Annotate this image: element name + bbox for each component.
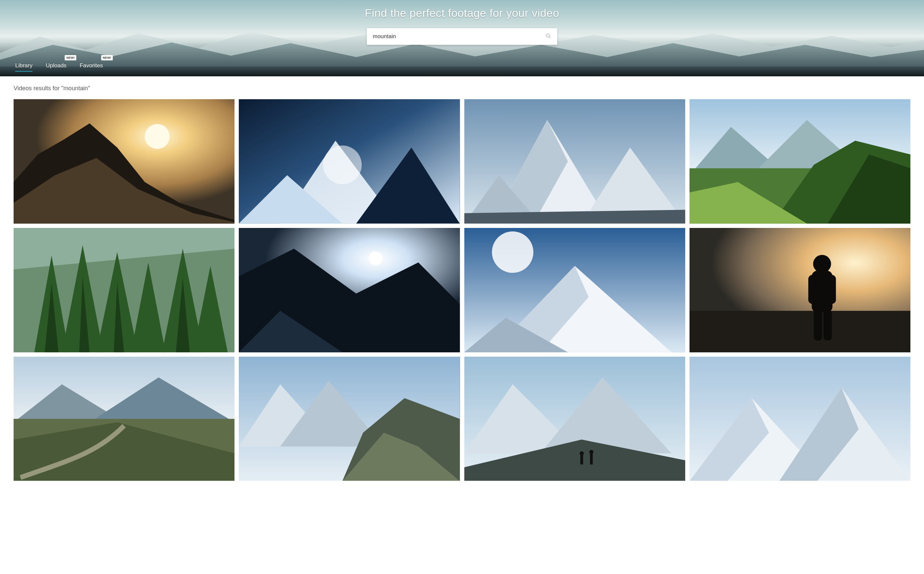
svg-rect-49 xyxy=(689,311,910,352)
tab-favorites[interactable]: Favorites NEW! xyxy=(80,62,103,72)
video-thumb[interactable] xyxy=(14,99,235,224)
video-thumb[interactable] xyxy=(239,228,460,352)
tab-label: Uploads xyxy=(46,62,66,69)
search-icon[interactable] xyxy=(545,33,551,40)
results-section: Videos results for "mountain" xyxy=(0,76,924,494)
results-heading: Videos results for "mountain" xyxy=(14,85,910,92)
svg-marker-2 xyxy=(0,66,924,76)
svg-point-13 xyxy=(323,145,362,184)
tab-uploads[interactable]: Uploads NEW! xyxy=(46,62,66,72)
svg-rect-53 xyxy=(828,275,836,304)
video-thumb[interactable] xyxy=(689,228,910,352)
video-thumb[interactable] xyxy=(464,99,685,224)
hero-title: Find the perfect footage for your video xyxy=(365,6,559,20)
video-thumb[interactable] xyxy=(239,357,460,481)
new-badge: NEW! xyxy=(65,55,76,60)
tab-library[interactable]: Library xyxy=(15,62,33,72)
video-thumb[interactable] xyxy=(14,228,235,352)
svg-point-42 xyxy=(369,251,383,265)
video-thumb[interactable] xyxy=(239,99,460,224)
video-thumb[interactable] xyxy=(14,357,235,481)
svg-point-73 xyxy=(589,450,593,454)
search-input[interactable] xyxy=(373,33,545,40)
svg-rect-72 xyxy=(590,453,592,464)
video-thumb[interactable] xyxy=(689,357,910,481)
hero-header: Find the perfect footage for your video … xyxy=(0,0,924,76)
hero-tabs: Library Uploads NEW! Favorites NEW! xyxy=(15,62,103,72)
tab-label: Favorites xyxy=(80,62,103,69)
new-badge: NEW! xyxy=(101,55,113,60)
svg-rect-55 xyxy=(823,309,832,341)
svg-point-44 xyxy=(492,231,533,273)
results-grid xyxy=(14,99,910,481)
video-thumb[interactable] xyxy=(464,357,685,481)
svg-line-4 xyxy=(549,36,550,38)
search-bar[interactable] xyxy=(367,28,557,45)
video-thumb[interactable] xyxy=(464,228,685,352)
video-thumb[interactable] xyxy=(689,99,910,224)
svg-point-8 xyxy=(145,124,170,149)
svg-point-50 xyxy=(813,255,831,273)
svg-rect-52 xyxy=(808,275,817,304)
svg-rect-54 xyxy=(814,309,822,341)
svg-point-71 xyxy=(579,451,583,455)
tab-label: Library xyxy=(15,62,33,69)
svg-rect-70 xyxy=(580,454,583,464)
